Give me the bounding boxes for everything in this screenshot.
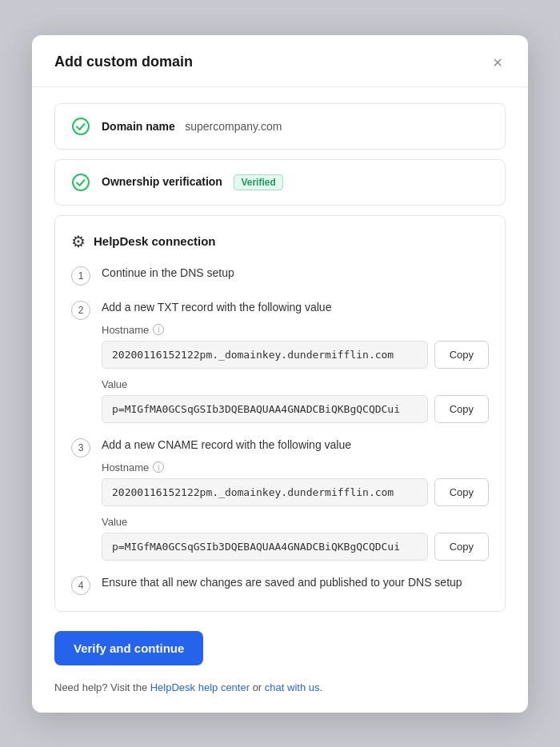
step4-desc: Ensure that all new changes are saved an… bbox=[102, 576, 462, 589]
ownership-label: Ownership verification Verified bbox=[102, 174, 283, 190]
step3-hostname-group: Hostname i Copy bbox=[102, 461, 489, 506]
helpdesk-help-center-link[interactable]: HelpDesk help center bbox=[150, 681, 250, 693]
modal-title: Add custom domain bbox=[54, 54, 193, 70]
step-number-1: 1 bbox=[71, 266, 90, 286]
dns-step-4: 4 Ensure that all new changes are saved … bbox=[71, 575, 489, 595]
hostname-info-icon[interactable]: i bbox=[153, 324, 164, 335]
chat-with-us-link[interactable]: chat with us bbox=[265, 681, 320, 693]
step2-copy-hostname-button[interactable]: Copy bbox=[434, 341, 489, 369]
add-custom-domain-modal: Add custom domain × Domain name supercom… bbox=[32, 35, 528, 713]
dns-step-1: 1 Continue in the DNS setup bbox=[71, 266, 489, 286]
check-circle-icon-2 bbox=[71, 173, 90, 192]
gear-icon: ⚙ bbox=[71, 232, 86, 251]
step2-hostname-input[interactable] bbox=[102, 341, 428, 369]
step3-copy-hostname-button[interactable]: Copy bbox=[434, 478, 489, 506]
step3-hostname-input[interactable] bbox=[102, 478, 428, 506]
helpdesk-title: HelpDesk connection bbox=[94, 234, 216, 248]
step3-value-input[interactable] bbox=[102, 533, 428, 561]
step3-copy-value-button[interactable]: Copy bbox=[434, 533, 489, 561]
ownership-verification-card: Ownership verification Verified bbox=[54, 159, 506, 206]
dns-step-3: 3 Add a new CNAME record with the follow… bbox=[71, 437, 489, 561]
modal-header: Add custom domain × bbox=[32, 35, 528, 87]
check-circle-icon bbox=[71, 117, 90, 136]
svg-point-1 bbox=[73, 174, 89, 190]
step4-content: Ensure that all new changes are saved an… bbox=[102, 575, 489, 589]
verify-and-continue-button[interactable]: Verify and continue bbox=[54, 631, 203, 665]
step3-hostname-label: Hostname i bbox=[102, 461, 489, 473]
domain-label: Domain name supercompany.com bbox=[102, 119, 282, 134]
step3-value-label: Value bbox=[102, 516, 489, 528]
step2-hostname-group: Hostname i Copy bbox=[102, 324, 489, 369]
step2-desc: Add a new TXT record with the following … bbox=[102, 301, 331, 314]
dns-step-2: 2 Add a new TXT record with the followin… bbox=[71, 300, 489, 423]
helpdesk-section: ⚙ HelpDesk connection 1 Continue in the … bbox=[54, 215, 506, 612]
modal-body: Domain name supercompany.com Ownership v… bbox=[32, 87, 528, 713]
step2-hostname-label: Hostname i bbox=[102, 324, 489, 336]
step3-hostname-row: Copy bbox=[102, 478, 489, 506]
step2-value-group: Value Copy bbox=[102, 378, 489, 423]
step3-value-group: Value Copy bbox=[102, 516, 489, 561]
step2-value-label: Value bbox=[102, 378, 489, 390]
step2-value-input[interactable] bbox=[102, 395, 428, 423]
helpdesk-title-row: ⚙ HelpDesk connection bbox=[71, 232, 489, 251]
close-button[interactable]: × bbox=[490, 53, 506, 72]
step2-content: Add a new TXT record with the following … bbox=[102, 300, 489, 423]
hostname-info-icon-2[interactable]: i bbox=[153, 461, 164, 473]
step2-copy-value-button[interactable]: Copy bbox=[434, 395, 489, 423]
step3-content: Add a new CNAME record with the followin… bbox=[102, 437, 489, 561]
step-number-3: 3 bbox=[71, 438, 90, 457]
step2-hostname-row: Copy bbox=[102, 341, 489, 369]
verified-badge: Verified bbox=[234, 174, 282, 190]
svg-point-0 bbox=[73, 118, 89, 134]
step1-content: Continue in the DNS setup bbox=[102, 266, 489, 280]
step-number-2: 2 bbox=[71, 301, 90, 320]
domain-name-card: Domain name supercompany.com bbox=[54, 103, 506, 150]
step1-desc: Continue in the DNS setup bbox=[102, 266, 234, 279]
step3-desc: Add a new CNAME record with the followin… bbox=[102, 438, 351, 451]
step-number-4: 4 bbox=[71, 576, 90, 595]
footer-text: Need help? Visit the HelpDesk help cente… bbox=[54, 681, 506, 693]
step3-value-row: Copy bbox=[102, 533, 489, 561]
step2-value-row: Copy bbox=[102, 395, 489, 423]
